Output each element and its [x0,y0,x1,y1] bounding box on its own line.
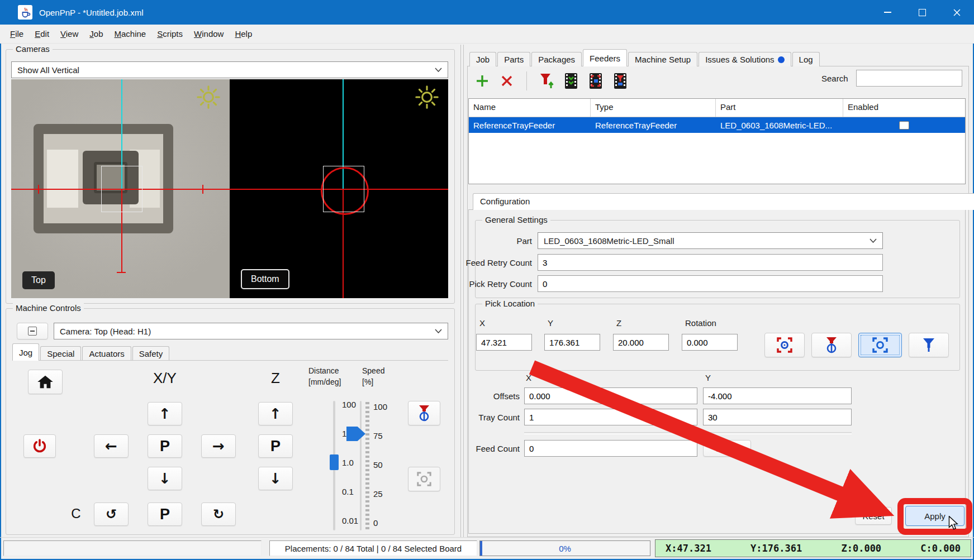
feed-feeder-button[interactable] [537,71,556,91]
jog-c-ccw-button[interactable]: ↺ [94,502,129,526]
pick-x-label: X [479,318,485,328]
pick-rotation-input[interactable] [682,334,738,351]
add-feeder-button[interactable] [473,71,492,91]
speed-label: Speed [362,366,384,375]
feed-count-input[interactable] [524,440,697,457]
pick-x-input[interactable] [476,334,532,351]
enabled-checkbox[interactable] [899,121,909,130]
jog-y-minus-button[interactable]: ↓ [148,467,182,490]
speed-slider-track[interactable] [360,401,362,530]
panel-splitter[interactable] [460,45,461,537]
z-axis-label: Z [258,370,293,387]
tab-jog[interactable]: Jog [12,343,39,361]
tab-log[interactable]: Log [792,52,820,66]
maximize-button[interactable] [905,0,939,25]
offsets-x-input[interactable] [524,387,697,404]
speed-tick-75: 75 [373,431,383,441]
tab-actuators[interactable]: Actuators [82,346,131,361]
close-button[interactable] [939,0,974,25]
tab-feeders[interactable]: Feeders [583,49,627,66]
capture-camera-location-button[interactable] [764,333,805,357]
tray-count-y-input[interactable] [703,409,852,425]
tray-count-x-input[interactable] [524,409,697,425]
rotate-cw-icon: ↻ [213,506,224,522]
tab-special[interactable]: Special [40,346,81,361]
menu-file[interactable]: File [4,27,29,41]
collapse-jog-button[interactable] [17,323,48,339]
search-input[interactable] [856,70,962,87]
pick-from-feeder-button[interactable] [611,71,630,91]
part-select[interactable]: LED_0603_1608Metric-LED_Small [538,232,883,249]
minimize-button[interactable] [870,0,905,25]
park-z-button[interactable] [408,401,440,425]
distance-label: Distance [308,366,339,375]
tab-configuration[interactable]: Configuration [473,193,974,210]
jog-x-plus-button[interactable]: → [201,434,236,458]
pick-z-input[interactable] [613,334,669,351]
distance-slider-handle[interactable] [330,454,339,470]
tab-parts[interactable]: Parts [497,52,530,66]
col-header-enabled[interactable]: Enabled [843,99,965,117]
camera-view-bottom[interactable]: Bottom [230,79,448,298]
col-header-type[interactable]: Type [591,99,716,117]
show-feeder-in-camera-button[interactable] [586,71,605,91]
tab-packages[interactable]: Packages [531,52,582,66]
speed-tick-100: 100 [373,402,387,411]
menu-window[interactable]: Window [188,27,229,41]
delete-feeder-button[interactable] [497,71,516,91]
home-button[interactable] [28,370,63,394]
jog-z-minus-button[interactable]: ↓ [258,467,293,490]
jog-c-cw-button[interactable]: ↻ [201,502,236,526]
menu-scripts[interactable]: Scripts [151,27,188,41]
menu-view[interactable]: View [55,27,84,41]
menu-job[interactable]: Job [84,27,108,41]
offsets-col-y-label: Y [705,373,711,382]
brightness-sun-icon[interactable] [414,84,440,112]
menu-help[interactable]: Help [229,27,258,41]
col-header-part[interactable]: Part [716,99,843,117]
camera-bottom-label: Bottom [241,269,289,289]
position-camera-xy-button[interactable]: P [148,434,182,458]
jog-x-minus-button[interactable]: ← [94,434,129,458]
table-row[interactable]: ReferenceTrayFeeder ReferenceTrayFeeder … [469,117,965,133]
feed-retry-count-input[interactable] [538,254,883,271]
distance-tick-01: 0.1 [342,487,354,496]
position-camera-z-button[interactable]: P [258,434,293,458]
camera-target-icon [416,471,432,487]
dro-x: X:47.321 [666,543,711,554]
feed-count-reset-button[interactable]: Reset [703,440,751,457]
chevron-down-icon [435,68,442,72]
tab-machine-setup[interactable]: Machine Setup [628,52,697,66]
tab-job[interactable]: Job [469,52,496,66]
general-settings-label: General Settings [482,215,550,224]
power-button[interactable] [23,434,56,458]
jog-device-select[interactable]: Camera: Top (Head: H1) [54,323,448,339]
main-tabstrip: Job Parts Packages Feeders Machine Setup… [469,48,821,66]
filmstrip-arrows-icon [563,72,579,90]
col-header-name[interactable]: Name [469,99,591,117]
position-camera-c-button[interactable]: P [148,502,182,526]
camera-top-label: Top [22,271,55,289]
move-camera-to-location-button[interactable] [858,333,902,357]
capture-nozzle-location-button[interactable] [811,333,852,357]
pick-retry-count-input[interactable] [538,275,883,292]
camera-selection-box [101,166,142,212]
camera-view-top[interactable]: Top [11,79,230,298]
distance-tick-001: 0.01 [342,516,358,525]
camera-view-select[interactable]: Show All Vertical [11,61,448,78]
menu-edit[interactable]: Edit [29,27,55,41]
pick-y-input[interactable] [544,334,600,351]
move-nozzle-to-location-button[interactable] [909,333,949,357]
issues-badge [778,56,785,63]
menu-machine[interactable]: Machine [108,27,151,41]
jog-z-plus-button[interactable]: ↑ [258,402,293,425]
arrow-up-icon: ↑ [159,405,171,422]
offsets-y-input[interactable] [703,387,852,404]
reset-button[interactable]: Reset [855,507,892,525]
show-part-in-feeder-button[interactable] [562,71,581,91]
tab-issues-solutions[interactable]: Issues & Solutions [699,52,791,66]
jog-y-plus-button[interactable]: ↑ [148,402,182,425]
brightness-sun-icon[interactable] [195,84,222,112]
tab-safety[interactable]: Safety [132,346,170,361]
panel-splitter[interactable] [463,45,464,537]
